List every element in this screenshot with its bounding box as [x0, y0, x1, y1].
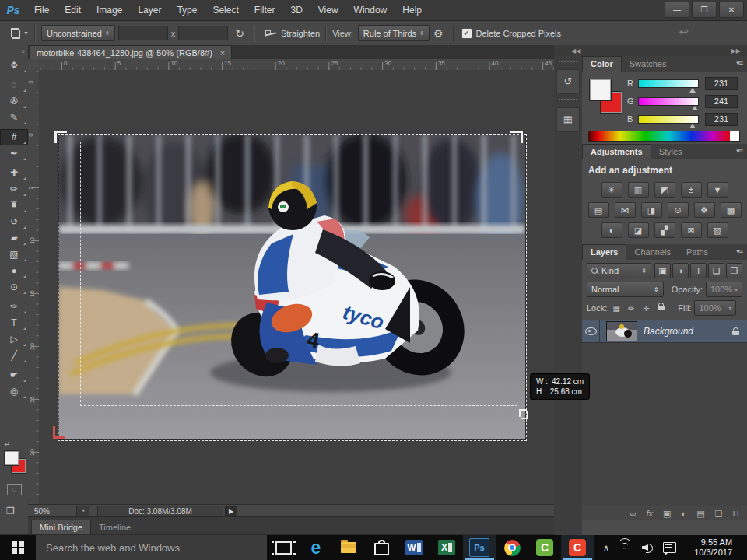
layers-panel-menu-icon[interactable]: ▾≡	[736, 247, 742, 255]
lasso-tool[interactable]: ✇	[0, 93, 28, 110]
new-adjustment-layer-icon[interactable]: ◐	[681, 509, 686, 518]
color-tab-color[interactable]: Color	[582, 56, 622, 72]
gradient-map-icon[interactable]: ▧	[707, 222, 728, 238]
link-layers-icon[interactable]: ∞	[630, 509, 637, 518]
dodge-tool[interactable]: ⊙	[0, 279, 28, 296]
color-balance-icon[interactable]: ⋈	[615, 202, 636, 218]
black-white-icon[interactable]: ◨	[641, 202, 662, 218]
start-button[interactable]	[0, 535, 36, 560]
taskbar-search-input[interactable]: Search the web and Windows	[36, 535, 267, 560]
clone-stamp-tool[interactable]: ♜	[0, 198, 28, 214]
minimize-button[interactable]: —	[665, 2, 689, 18]
delete-cropped-pixels-checkbox[interactable]: ✓	[461, 28, 472, 39]
swap-dimensions-icon[interactable]: ↻	[231, 27, 248, 40]
channel-value[interactable]: 231	[705, 113, 738, 126]
crop-width-input[interactable]	[118, 26, 168, 40]
color-tab-swatches[interactable]: Swatches	[622, 57, 675, 72]
filter-shape-layers-icon[interactable]: ❏	[708, 263, 724, 278]
expand-dock-icon[interactable]: ▶▶	[731, 47, 741, 54]
eyedropper-tool[interactable]: ✒	[0, 145, 28, 162]
menu-view[interactable]: View	[310, 0, 346, 20]
notification-icon[interactable]	[663, 542, 676, 553]
tray-chevron-icon[interactable]: ∧	[603, 543, 609, 553]
threshold-icon[interactable]: ▞	[654, 222, 675, 238]
layer-group-icon[interactable]: ▤	[696, 509, 704, 519]
layer-effects-icon[interactable]: fx	[647, 509, 654, 518]
excel-icon[interactable]: X	[430, 535, 463, 560]
menu-help[interactable]: Help	[395, 0, 430, 20]
swap-colors-icon[interactable]: ⇄	[0, 440, 28, 447]
marquee-tool[interactable]: ◌	[0, 77, 28, 93]
lock-position-icon[interactable]: ✛	[640, 303, 652, 314]
selective-color-icon[interactable]: ⊠	[681, 222, 702, 238]
crop-handle-bottom-left[interactable]	[53, 426, 65, 439]
path-selection-tool[interactable]: ▷	[0, 331, 28, 348]
close-document-icon[interactable]: ×	[220, 48, 225, 58]
tab-mini-bridge[interactable]: Mini Bridge	[31, 520, 91, 534]
fill-dropdown[interactable]: 100%▾	[694, 300, 736, 316]
tab-timeline[interactable]: Timeline	[91, 520, 139, 534]
overlay-view-dropdown[interactable]: Rule of Thirds⇕	[358, 25, 430, 41]
layers-tab-channels[interactable]: Channels	[626, 245, 678, 260]
type-tool[interactable]: T	[0, 315, 28, 331]
crop-height-input[interactable]	[178, 26, 228, 40]
new-layer-icon[interactable]: ❑	[715, 509, 723, 519]
move-tool[interactable]: ✥	[0, 58, 28, 74]
channel-mixer-icon[interactable]: ❖	[694, 202, 715, 218]
close-button[interactable]: ✕	[719, 2, 744, 18]
lock-transparency-icon[interactable]: ▦	[610, 303, 622, 314]
reset-crop-icon[interactable]: ↩	[679, 25, 689, 39]
channel-value[interactable]: 241	[705, 95, 738, 108]
filter-pixel-layers-icon[interactable]: ▣	[654, 263, 671, 278]
menu-layer[interactable]: Layer	[130, 0, 169, 20]
eraser-tool[interactable]: ▰	[0, 230, 28, 247]
tools-collapse-icon[interactable]: »	[0, 45, 28, 58]
crop-cursor-icon[interactable]	[518, 409, 528, 419]
background-layer-row[interactable]: Background	[582, 320, 747, 343]
crop-tool-icon[interactable]	[9, 28, 20, 39]
channel-slider[interactable]	[638, 97, 699, 106]
color-spectrum-ramp[interactable]	[588, 131, 731, 142]
exposure-icon[interactable]: ±	[681, 182, 702, 198]
lock-all-icon[interactable]	[654, 303, 667, 314]
chrome-icon[interactable]	[496, 535, 528, 560]
channel-value[interactable]: 231	[705, 77, 738, 90]
posterize-icon[interactable]: ◪	[628, 222, 649, 238]
filter-adjustment-layers-icon[interactable]: ◑	[672, 263, 689, 278]
layer-mask-icon[interactable]: ▣	[663, 509, 671, 519]
menu-select[interactable]: Select	[205, 0, 246, 20]
file-explorer-icon[interactable]	[332, 535, 365, 560]
crop-marching-ants-inner[interactable]	[80, 142, 517, 406]
filter-smart-objects-icon[interactable]: ❒	[726, 263, 742, 278]
blur-tool[interactable]: ●	[0, 263, 28, 279]
filter-type-layers-icon[interactable]: T	[690, 263, 707, 278]
edge-icon[interactable]: e	[300, 535, 332, 560]
line-tool[interactable]: ╱	[0, 348, 28, 364]
camtasia-icon[interactable]: C	[528, 535, 561, 560]
brush-tool[interactable]: ✏	[0, 181, 28, 198]
vibrance-icon[interactable]: ▼	[707, 182, 728, 198]
hand-tool[interactable]: ☛	[0, 367, 28, 383]
adjustments-tab-adjustments[interactable]: Adjustments	[582, 144, 651, 159]
word-icon[interactable]: W	[398, 535, 430, 560]
crop-handle-top-right[interactable]	[510, 131, 523, 143]
gradient-tool[interactable]: ▧	[0, 247, 28, 263]
camtasia-recorder-icon[interactable]: C	[561, 535, 594, 560]
collapse-dock-icon[interactable]: ◀◀	[571, 47, 580, 54]
pen-tool[interactable]: ✑	[0, 299, 28, 315]
menu-type[interactable]: Type	[169, 0, 205, 20]
levels-icon[interactable]: ▥	[628, 182, 649, 198]
volume-icon[interactable]	[642, 543, 653, 552]
color-lookup-icon[interactable]: ▩	[721, 202, 742, 218]
store-icon[interactable]	[365, 535, 398, 560]
menu-window[interactable]: Window	[346, 0, 395, 20]
slider-thumb-icon[interactable]	[689, 124, 696, 128]
crop-handle-top-left[interactable]	[54, 131, 67, 143]
history-brush-tool[interactable]: ↺	[0, 214, 28, 230]
blend-mode-dropdown[interactable]: Normal⇕	[587, 282, 664, 297]
layer-visibility-toggle[interactable]	[582, 320, 600, 342]
menu-filter[interactable]: Filter	[247, 0, 283, 20]
layers-tab-paths[interactable]: Paths	[679, 245, 716, 260]
restore-button[interactable]: ❐	[692, 2, 717, 18]
taskbar-clock[interactable]: 9:55 AM 10/3/2017	[684, 537, 732, 558]
